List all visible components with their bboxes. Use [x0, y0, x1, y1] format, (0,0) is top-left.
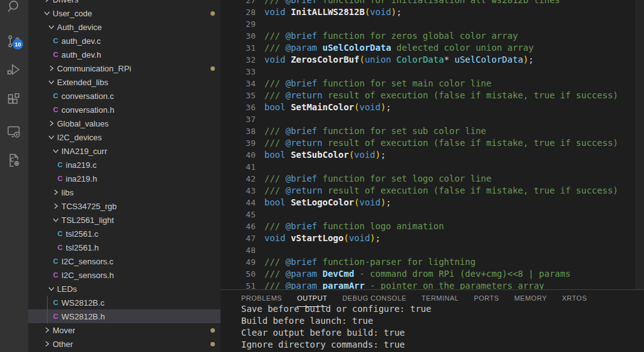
chevron-right-icon[interactable] [50, 202, 61, 210]
line-number[interactable]: 48 [221, 244, 256, 256]
line-number[interactable]: 44 [221, 197, 256, 209]
code-line-42[interactable]: 42/// @brief function for set logo color… [221, 173, 635, 185]
tree-file-ina219-c[interactable]: Cina219.c [28, 158, 221, 172]
run-and-debug-icon[interactable] [6, 62, 21, 77]
output-log[interactable]: Save before build or configure: trueBuil… [221, 303, 644, 351]
panel-tab-problems[interactable]: PROBLEMS [241, 291, 282, 307]
chevron-down-icon[interactable] [50, 147, 61, 155]
line-number[interactable]: 30 [221, 30, 256, 42]
code-line-47[interactable]: 47void vStartLogo(void); [221, 232, 635, 244]
chevron-right-icon[interactable] [41, 339, 53, 348]
chevron-down-icon[interactable] [46, 284, 57, 293]
chevron-right-icon[interactable] [41, 326, 53, 334]
extensions-icon[interactable] [6, 93, 21, 108]
line-number[interactable]: 49 [221, 256, 256, 268]
code-line-44[interactable]: 44bool SetLogoColor(void); [221, 197, 635, 209]
tree-folder-mover[interactable]: Mover [28, 323, 221, 337]
line-number[interactable]: 29 [221, 18, 256, 30]
chevron-down-icon[interactable] [46, 78, 57, 86]
line-number[interactable]: 31 [221, 42, 256, 54]
tree-folder-communication-rpi[interactable]: Communication_RPi [28, 61, 221, 75]
tree-file-tsl2561-c[interactable]: Ctsl2561.c [28, 227, 221, 241]
tree-folder-tsl2561-light[interactable]: TSL2561_light [28, 213, 221, 227]
code-line-48[interactable]: 48 [221, 244, 635, 256]
panel-tab-memory[interactable]: MEMORY [514, 291, 547, 307]
line-number[interactable]: 27 [221, 0, 256, 6]
tree-folder-ina219-curr[interactable]: INA219_curr [28, 144, 221, 158]
code-line-51[interactable]: 51/// @param paramArr - pointer on the p… [221, 280, 635, 289]
code-line-50[interactable]: 50/// @param DevCmd - command drom RPi (… [221, 268, 635, 280]
line-number[interactable]: 40 [221, 149, 256, 161]
code-line-46[interactable]: 46/// @brief function logo animation [221, 220, 635, 232]
chevron-right-icon[interactable] [46, 64, 57, 73]
tree-folder-leds[interactable]: LEDs [28, 282, 221, 296]
remote-explorer-icon[interactable] [6, 124, 21, 139]
tree-file-auth-dev-c[interactable]: Cauth_dev.c [28, 34, 221, 48]
tree-folder-libs[interactable]: libs [28, 185, 221, 199]
line-number[interactable]: 43 [221, 185, 256, 197]
code-line-35[interactable]: 35/// @return result of execution (false… [221, 90, 635, 101]
search-icon[interactable] [6, 0, 21, 14]
tree-folder-other[interactable]: Other [28, 337, 221, 351]
code-line-34[interactable]: 34/// @brief function for set main color… [221, 78, 635, 90]
chevron-down-icon[interactable] [41, 9, 53, 18]
code-line-45[interactable]: 45 [221, 209, 635, 220]
line-number[interactable]: 35 [221, 90, 256, 101]
code-line-29[interactable]: 29 [221, 18, 635, 30]
chevron-right-icon[interactable] [41, 0, 53, 4]
code-line-28[interactable]: 28void InitALLWS2812B(void); [221, 6, 635, 18]
panel-tab-xrtos[interactable]: XRTOS [562, 291, 587, 307]
tree-folder-global-values[interactable]: Global_values [28, 116, 221, 130]
tree-file-conversation-c[interactable]: Cconversation.c [28, 89, 221, 103]
line-number[interactable]: 34 [221, 78, 256, 90]
line-number[interactable]: 42 [221, 173, 256, 185]
tree-file-auth-dev-h[interactable]: Cauth_dev.h [28, 48, 221, 61]
panel-tab-terminal[interactable]: TERMINAL [422, 291, 459, 307]
tree-file-ws2812b-c[interactable]: CWS2812B.c [28, 296, 221, 309]
chevron-down-icon[interactable] [50, 215, 61, 224]
tree-folder-drivers[interactable]: Drivers [28, 0, 221, 6]
code-line-31[interactable]: 31/// @param uSelColorData delected colo… [221, 42, 635, 54]
line-number[interactable]: 33 [221, 66, 256, 78]
tree-folder-i2c-devices[interactable]: I2C_devices [28, 130, 221, 144]
chevron-right-icon[interactable] [46, 119, 57, 128]
tree-folder-extended-libs[interactable]: Extended_libs [28, 75, 221, 89]
chevron-down-icon[interactable] [46, 133, 57, 142]
line-number[interactable]: 51 [221, 280, 256, 289]
line-number[interactable]: 46 [221, 220, 256, 232]
line-number[interactable]: 50 [221, 268, 256, 280]
tree-file-tsl2561-h[interactable]: Ctsl2561.h [28, 241, 221, 254]
code-line-41[interactable]: 41 [221, 161, 635, 173]
line-number[interactable]: 39 [221, 137, 256, 149]
tree-folder-user-code[interactable]: User_code [28, 6, 221, 20]
panel-tab-output[interactable]: OUTPUT [297, 291, 327, 307]
panel-tab-ports[interactable]: PORTS [474, 291, 499, 307]
tree-file-i2c-sensors-c[interactable]: CI2C_sensors.c [28, 254, 221, 268]
tree-file-i2c-sensors-h[interactable]: CI2C_sensors.h [28, 268, 221, 282]
panel-tab-debug-console[interactable]: DEBUG CONSOLE [342, 291, 406, 307]
code-line-43[interactable]: 43/// @return result of execution (false… [221, 185, 635, 197]
line-number[interactable]: 37 [221, 113, 256, 125]
tree-folder-tcs34725-rgb[interactable]: TCS34725_rgb [28, 199, 221, 213]
code-line-32[interactable]: 32void ZerosColorBuf(union ColorData* uS… [221, 54, 635, 66]
tree-file-ws2812b-h[interactable]: CWS2812B.h [28, 309, 221, 323]
tree-file-ina219-h[interactable]: Cina219.h [28, 172, 221, 185]
code-line-39[interactable]: 39/// @return result of execution (false… [221, 137, 635, 149]
chevron-down-icon[interactable] [46, 23, 57, 31]
code-editor[interactable]: 27/// @brief function for initialisation… [221, 0, 644, 289]
line-number[interactable]: 36 [221, 101, 256, 113]
tree-folder-auth-device[interactable]: Auth_device [28, 20, 221, 34]
tree-file-conversation-h[interactable]: Cconversation.h [28, 103, 221, 116]
line-number[interactable]: 28 [221, 6, 256, 18]
code-line-33[interactable]: 33 [221, 66, 635, 78]
line-number[interactable]: 47 [221, 232, 256, 244]
code-line-38[interactable]: 38/// @brief function for set sub color … [221, 125, 635, 137]
code-line-49[interactable]: 49/// @brief function-parser for lightni… [221, 256, 635, 268]
project-settings-icon[interactable] [6, 153, 21, 168]
line-number[interactable]: 41 [221, 161, 256, 173]
chevron-right-icon[interactable] [50, 188, 61, 197]
line-number[interactable]: 32 [221, 54, 256, 66]
code-line-40[interactable]: 40bool SetSubColor(void); [221, 149, 635, 161]
code-line-36[interactable]: 36bool SetMainColor(void); [221, 101, 635, 113]
code-line-27[interactable]: 27/// @brief function for initialisation… [221, 0, 635, 6]
